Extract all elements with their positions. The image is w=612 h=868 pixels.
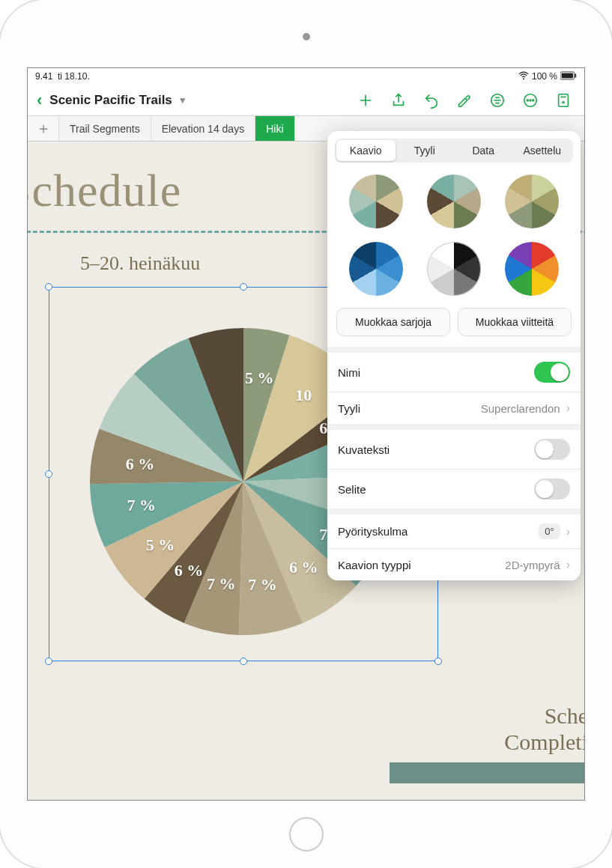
app-toolbar: ‹ Scenic Pacific Trails ▼ [28, 85, 584, 116]
document-title[interactable]: Scenic Pacific Trails [49, 93, 172, 108]
svg-rect-3 [575, 73, 576, 77]
slice-label: 5 % [245, 368, 274, 388]
setting-style-label: Tyyli [338, 402, 360, 415]
slice-label: 7 % [248, 575, 277, 595]
insert-button[interactable] [351, 85, 381, 115]
setting-rotation[interactable]: Pyörityskulma 0° › [327, 509, 581, 548]
status-bar: 9.41 ti 18.10. 100 % [28, 68, 584, 85]
sheet-tab-trail-segments[interactable]: Trail Segments [59, 116, 151, 141]
slice-label: 7 % [127, 496, 156, 515]
wifi-icon [518, 71, 529, 82]
home-button[interactable] [289, 817, 324, 852]
svg-point-10 [562, 100, 565, 103]
doc-settings-button[interactable] [548, 85, 578, 115]
sel-handle-b[interactable] [240, 658, 247, 665]
format-popover: Kaavio Tyyli Data Asettelu Muokkaa sarjo… [327, 131, 581, 580]
setting-type-value: 2D-ympyrä [505, 559, 560, 571]
sel-handle-tl[interactable] [45, 283, 52, 291]
slice-label: 7 % [207, 574, 236, 594]
slice-label: 5 % [146, 535, 175, 555]
share-button[interactable] [384, 85, 413, 115]
setting-title[interactable]: Nimi [327, 347, 581, 392]
format-button[interactable] [449, 85, 479, 115]
title-chevron-icon[interactable]: ▼ [178, 95, 187, 106]
style-grid [327, 173, 581, 308]
popover-tab-asettelu[interactable]: Asettelu [513, 140, 572, 161]
setting-caption[interactable]: Kuvateksti [327, 424, 581, 469]
style-swatch-5[interactable] [505, 242, 559, 296]
slice-label: 6 % [289, 558, 318, 577]
chevron-right-icon: › [566, 558, 570, 571]
svg-point-0 [523, 78, 524, 79]
popover-tab-data[interactable]: Data [454, 140, 513, 161]
caption-toggle[interactable] [534, 439, 570, 460]
sel-handle-l[interactable] [45, 470, 52, 478]
setting-legend-label: Selite [338, 483, 366, 496]
slice-label: 10 [295, 386, 312, 405]
style-swatch-0[interactable] [349, 174, 403, 228]
footer-text: Sched Completin [504, 703, 584, 755]
setting-type-label: Kaavion tyyppi [338, 559, 411, 571]
collab-button[interactable] [482, 85, 512, 115]
sel-handle-bl[interactable] [45, 658, 52, 665]
slice-label: 6 % [126, 455, 155, 474]
footer-bar [390, 762, 584, 783]
status-date: ti 18.10. [58, 71, 90, 82]
sel-handle-t[interactable] [240, 283, 247, 291]
edit-references-button[interactable]: Muokkaa viitteitä [458, 308, 572, 336]
setting-legend[interactable]: Selite [327, 469, 581, 509]
setting-chart-type[interactable]: Kaavion tyyppi 2D-ympyrä › [327, 548, 581, 580]
setting-rotation-label: Pyörityskulma [338, 525, 408, 538]
setting-title-label: Nimi [338, 366, 360, 379]
popover-tab-tyyli[interactable]: Tyyli [396, 140, 455, 161]
back-button[interactable]: ‹ [34, 91, 45, 110]
title-toggle[interactable] [534, 362, 570, 383]
chevron-right-icon: › [566, 525, 570, 538]
svg-point-6 [527, 100, 528, 101]
sel-handle-br[interactable] [434, 658, 442, 665]
battery-percent: 100 % [532, 71, 557, 82]
edit-series-button[interactable]: Muokkaa sarjoja [336, 308, 450, 336]
ipad-camera [303, 33, 310, 40]
svg-point-8 [533, 100, 534, 101]
slice-label: 6 % [175, 561, 204, 580]
popover-tab-kaavio[interactable]: Kaavio [336, 140, 396, 161]
style-swatch-4[interactable] [427, 242, 481, 296]
setting-caption-label: Kuvateksti [338, 443, 390, 456]
undo-button[interactable] [416, 85, 446, 115]
rotation-value: 0° [539, 523, 560, 539]
svg-rect-2 [562, 73, 573, 78]
more-button[interactable] [515, 85, 545, 115]
style-swatch-3[interactable] [349, 242, 403, 296]
svg-rect-9 [559, 94, 569, 106]
setting-style[interactable]: Tyyli Superclarendon › [327, 392, 581, 424]
popover-segmented-control: Kaavio Tyyli Data Asettelu [335, 139, 573, 163]
legend-toggle[interactable] [534, 479, 570, 500]
chevron-right-icon: › [566, 401, 570, 415]
svg-point-7 [530, 100, 531, 101]
battery-icon [560, 71, 577, 82]
status-time: 9.41 [35, 71, 52, 82]
style-swatch-2[interactable] [505, 174, 559, 228]
add-sheet-button[interactable]: ＋ [28, 116, 59, 141]
sheet-tab-hiki[interactable]: Hiki [255, 116, 294, 141]
sheet-tab-elevation[interactable]: Elevation 14 days [151, 116, 256, 141]
setting-style-value: Superclarendon [481, 402, 560, 415]
style-swatch-1[interactable] [427, 174, 481, 228]
